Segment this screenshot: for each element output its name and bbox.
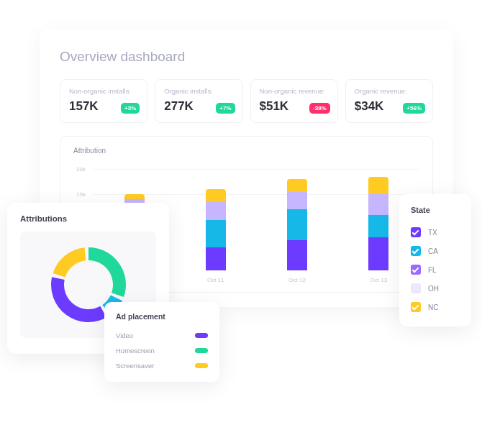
ad-placement-card: Ad placement VideoHomescreenScreensaver [104,302,219,382]
color-pill-icon [195,363,208,368]
bar-segment [206,220,226,248]
stat-label: Organic installs: [164,87,233,95]
state-filter-card: State TXCAFLOHNC [399,194,471,326]
ad-placement-label: Video [116,332,133,339]
checkbox-icon[interactable] [411,265,421,275]
state-filter-item[interactable]: NC [411,298,460,316]
ad-placement-label: Screensaver [116,362,154,370]
donut-slice[interactable] [53,247,86,277]
checkbox-icon[interactable] [411,246,421,256]
bar-segment [287,240,307,270]
state-code-label: OH [428,285,439,293]
stat-value: $51K [260,99,289,114]
bar-segment [368,194,388,214]
state-code-label: CA [428,247,438,255]
state-filter-item[interactable]: FL [411,260,460,279]
state-filter-item[interactable]: OH [411,279,460,298]
bar-column[interactable]: Oct 13 [368,177,388,270]
state-code-label: FL [428,266,437,274]
stat-card-organic-revenue[interactable]: Organic revenue: $34K +56% [345,79,433,123]
state-filter-item[interactable]: TX [411,223,460,242]
ad-placement-label: Homescreen [116,347,155,355]
stat-label: Non-organic revenue: [260,87,329,95]
stat-value: $34K [355,99,384,114]
stat-label: Non-organic installs: [69,87,138,95]
chart-title: Attribution [73,147,419,155]
ad-placement-title: Ad placement [116,312,208,321]
donut-title: Attributions [20,214,156,223]
bar-segment [368,215,388,238]
y-tick-label: 20k [76,166,86,173]
stat-value: 157K [69,99,99,114]
bar-column[interactable]: Oct 11 [206,189,226,270]
bar-segment [206,247,226,270]
color-pill-icon [195,348,208,353]
checkbox-icon[interactable] [411,227,421,237]
page-title: Overview dashboard [60,49,433,65]
x-tick-label: Oct 12 [288,277,306,283]
bar-segment [206,189,226,202]
bar-segment [368,177,388,195]
delta-badge: +56% [403,103,425,114]
stat-card-nonorganic-revenue[interactable]: Non-organic revenue: $51K -38% [250,79,338,123]
stat-value: 277K [164,99,194,114]
bar-segment [287,179,307,192]
bar-segment [124,194,145,199]
checkbox-icon[interactable] [411,283,421,293]
bar-segment [287,209,307,239]
stat-label: Organic revenue: [355,87,424,95]
color-pill-icon [195,333,208,338]
delta-badge: +3% [121,103,140,114]
checkbox-icon[interactable] [411,302,421,312]
donut-slice[interactable] [88,247,126,297]
bar-segment [368,237,388,270]
bar-column[interactable]: Oct 12 [287,179,307,270]
ad-placement-item[interactable]: Homescreen [116,343,208,358]
delta-badge: -38% [309,103,330,114]
state-code-label: TX [428,229,437,237]
stat-card-nonorganic-installs[interactable]: Non-organic installs: 157K +3% [60,79,147,123]
delta-badge: +7% [216,103,235,114]
bar-segment [287,192,307,210]
x-tick-label: Oct 13 [370,277,388,283]
donut-slice[interactable] [51,277,106,322]
state-filter-title: State [411,206,460,214]
state-code-label: NC [428,303,438,311]
state-filter-item[interactable]: CA [411,242,460,260]
ad-placement-item[interactable]: Screensaver [116,358,208,373]
stat-row: Non-organic installs: 157K +3% Organic i… [60,79,433,123]
bar-segment [206,202,226,220]
x-tick-label: Oct 11 [207,277,224,283]
stat-card-organic-installs[interactable]: Organic installs: 277K +7% [155,79,242,123]
ad-placement-item[interactable]: Video [116,328,208,343]
y-tick-label: 15k [76,191,86,198]
